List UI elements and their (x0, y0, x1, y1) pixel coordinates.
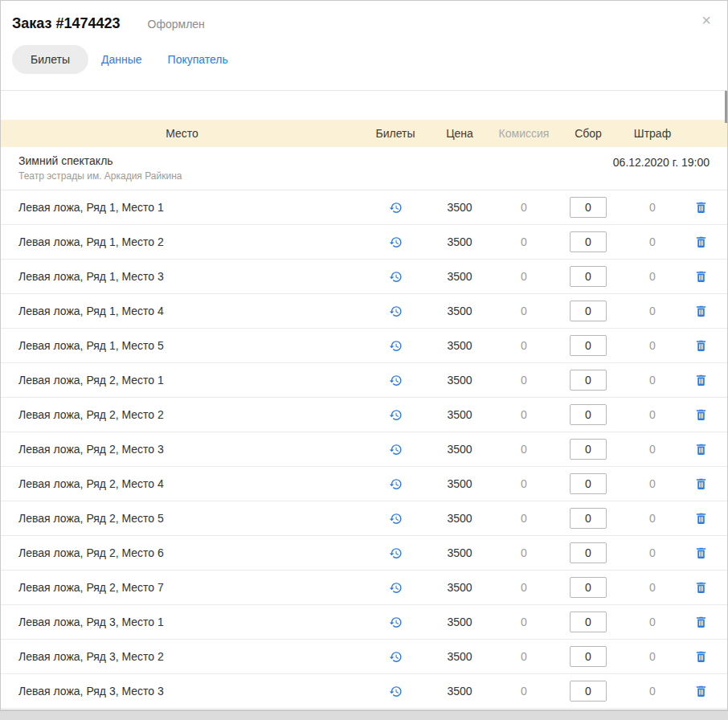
fee-input[interactable] (570, 370, 607, 391)
trash-icon[interactable] (694, 580, 708, 595)
col-header-commission: Комиссия (492, 127, 556, 140)
tab-data[interactable]: Данные (88, 46, 155, 73)
seat-label: Левая ложа, Ряд 2, Место 6 (1, 546, 363, 559)
fee-input[interactable] (570, 577, 607, 598)
trash-icon[interactable] (694, 304, 708, 318)
trash-icon[interactable] (694, 200, 708, 215)
fine-value: 0 (620, 616, 685, 628)
price-value: 3500 (427, 374, 492, 387)
seat-label: Левая ложа, Ряд 3, Место 3 (1, 685, 363, 698)
price-value: 3500 (427, 408, 492, 421)
commission-value: 0 (492, 685, 556, 698)
history-icon[interactable] (389, 581, 403, 595)
price-value: 3500 (427, 650, 492, 663)
commission-value: 0 (492, 305, 556, 317)
trash-icon[interactable] (694, 235, 708, 249)
commission-value: 0 (492, 374, 556, 387)
fee-input[interactable] (570, 542, 607, 563)
table-row: Левая ложа, Ряд 2, Место 1 3500 0 0 (1, 363, 727, 398)
commission-value: 0 (492, 546, 556, 559)
trash-icon[interactable] (694, 511, 708, 526)
fee-input[interactable] (570, 681, 607, 702)
history-icon[interactable] (389, 339, 403, 353)
table-header-row: Место Билеты Цена Комиссия Сбор Штраф (1, 120, 727, 147)
history-icon[interactable] (389, 408, 403, 422)
table-row: Левая ложа, Ряд 2, Место 6 3500 0 0 (1, 536, 727, 571)
trash-icon[interactable] (694, 684, 708, 698)
seat-label: Левая ложа, Ряд 1, Место 5 (1, 339, 363, 352)
fine-value: 0 (620, 650, 685, 663)
history-icon[interactable] (389, 374, 403, 387)
trash-icon[interactable] (694, 407, 708, 422)
history-icon[interactable] (389, 477, 403, 491)
fee-input[interactable] (570, 404, 607, 425)
fee-input[interactable] (570, 508, 607, 529)
modal-header: Заказ #1474423 Оформлен (1, 1, 727, 43)
price-value: 3500 (427, 581, 492, 594)
col-header-fee: Сбор (556, 127, 620, 140)
history-icon[interactable] (389, 305, 403, 318)
commission-value: 0 (492, 443, 556, 456)
order-status-badge: Оформлен (148, 18, 205, 31)
trash-icon[interactable] (694, 338, 708, 353)
commission-value: 0 (492, 477, 556, 490)
seat-label: Левая ложа, Ряд 2, Место 7 (1, 581, 363, 594)
table-row: Левая ложа, Ряд 2, Место 7 3500 0 0 (1, 571, 727, 605)
price-value: 3500 (427, 201, 492, 214)
seat-label: Левая ложа, Ряд 2, Место 5 (1, 512, 363, 525)
col-header-place: Место (1, 127, 363, 140)
fee-input[interactable] (570, 231, 607, 252)
table-row: Левая ложа, Ряд 2, Место 5 3500 0 0 (1, 501, 727, 536)
history-icon[interactable] (389, 270, 403, 284)
close-icon[interactable]: × (701, 12, 711, 28)
fine-value: 0 (620, 581, 685, 594)
trash-icon[interactable] (694, 477, 708, 491)
history-icon[interactable] (389, 443, 403, 456)
history-icon[interactable] (389, 546, 403, 560)
col-header-tickets: Билеты (363, 127, 427, 140)
trash-icon[interactable] (694, 442, 708, 456)
tab-bar: Билеты Данные Покупатель (1, 43, 727, 90)
fee-input[interactable] (570, 646, 607, 667)
tab-buyer[interactable]: Покупатель (155, 46, 241, 73)
tab-tickets[interactable]: Билеты (12, 45, 88, 74)
commission-value: 0 (492, 512, 556, 525)
col-header-price: Цена (427, 127, 492, 140)
fine-value: 0 (620, 685, 685, 698)
trash-icon[interactable] (694, 373, 708, 387)
fee-input[interactable] (570, 335, 607, 356)
history-icon[interactable] (389, 201, 403, 215)
history-icon[interactable] (389, 685, 403, 698)
trash-icon[interactable] (694, 269, 708, 284)
price-value: 3500 (427, 477, 492, 490)
fee-input[interactable] (570, 197, 607, 218)
history-icon[interactable] (389, 512, 403, 526)
price-value: 3500 (427, 339, 492, 352)
fee-input[interactable] (570, 439, 607, 460)
fee-input[interactable] (570, 266, 607, 287)
fine-value: 0 (620, 477, 685, 490)
history-icon[interactable] (389, 235, 403, 249)
price-value: 3500 (427, 235, 492, 248)
fine-value: 0 (620, 443, 685, 456)
fee-input[interactable] (570, 473, 607, 494)
trash-icon[interactable] (694, 615, 708, 629)
seat-label: Левая ложа, Ряд 3, Место 1 (1, 616, 363, 628)
table-row: Левая ложа, Ряд 3, Место 2 3500 0 0 (1, 640, 727, 674)
fee-input[interactable] (570, 301, 607, 321)
price-value: 3500 (427, 512, 492, 525)
seat-label: Левая ложа, Ряд 1, Место 3 (1, 270, 363, 283)
fine-value: 0 (620, 512, 685, 525)
commission-value: 0 (492, 201, 556, 214)
fee-input[interactable] (570, 612, 607, 632)
history-icon[interactable] (389, 650, 403, 664)
event-datetime: 06.12.2020 г. 19:00 (613, 154, 710, 169)
history-icon[interactable] (389, 616, 403, 629)
price-value: 3500 (427, 443, 492, 456)
table-row: Левая ложа, Ряд 2, Место 3 3500 0 0 (1, 432, 727, 467)
trash-icon[interactable] (694, 546, 708, 560)
trash-icon[interactable] (694, 649, 708, 664)
scrollbar-thumb[interactable] (725, 91, 727, 123)
table-row: Левая ложа, Ряд 2, Место 4 3500 0 0 (1, 467, 727, 501)
table-row: Левая ложа, Ряд 1, Место 4 3500 0 0 (1, 294, 727, 329)
